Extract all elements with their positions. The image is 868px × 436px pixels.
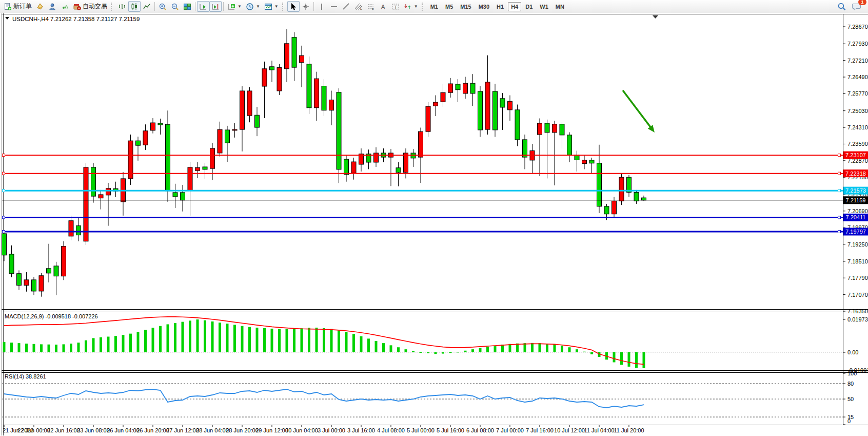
macd-histogram-bar — [397, 347, 400, 352]
macd-histogram-bar — [479, 348, 482, 352]
macd-histogram-bar — [449, 352, 452, 353]
macd-histogram-bar — [182, 322, 184, 352]
macd-histogram-bar — [420, 352, 422, 353]
candle-bull — [277, 68, 282, 91]
candle-bear — [456, 84, 460, 90]
timeframe-m30[interactable]: M30 — [476, 2, 492, 11]
bar-chart-button[interactable] — [116, 1, 128, 12]
timeframe-group: M1M5M15M30H1H4D1W1MN — [427, 2, 568, 11]
auto-trading-button[interactable]: 自动交易 — [71, 1, 109, 12]
zoom-out-button[interactable] — [169, 1, 181, 12]
candle-bear — [2, 234, 7, 255]
macd-histogram-bar — [390, 345, 392, 352]
price-chart[interactable]: 7.286707.279307.272107.264907.257707.250… — [0, 13, 868, 436]
auto-scroll-button[interactable] — [197, 1, 209, 12]
level-anchor[interactable] — [3, 231, 5, 233]
level-anchor[interactable] — [3, 216, 5, 219]
timeframe-m5[interactable]: M5 — [442, 2, 456, 11]
candlestick-chart-button[interactable] — [128, 1, 141, 12]
macd-histogram-bar — [486, 347, 489, 352]
price-tag-label: 7.19797 — [845, 229, 866, 235]
macd-histogram-bar — [204, 320, 206, 352]
macd-histogram-bar — [48, 345, 50, 352]
price-tick-label: 7.27210 — [847, 58, 868, 64]
macd-histogram-bar — [256, 328, 259, 352]
candle-bear — [322, 86, 326, 110]
community-button[interactable] — [46, 1, 58, 12]
trendline-button[interactable] — [340, 1, 352, 12]
text-label-button[interactable]: T — [389, 1, 402, 12]
macd-histogram-bar — [583, 352, 586, 352]
candle-bull — [143, 131, 148, 145]
timeframe-h4[interactable]: H4 — [508, 2, 521, 11]
level-anchor[interactable] — [838, 231, 841, 233]
macd-histogram-bar — [308, 328, 310, 352]
time-tick-label: 10 Jul 12:00 — [554, 427, 585, 433]
candle-bull — [247, 91, 252, 116]
timeframe-m15[interactable]: M15 — [457, 2, 474, 11]
level-anchor[interactable] — [3, 154, 5, 157]
alerts-button[interactable] — [34, 1, 46, 12]
time-tick-label: 3 Jul 00:00 — [318, 427, 345, 433]
macd-histogram-bar — [539, 343, 541, 352]
candle-bear — [255, 115, 260, 127]
timeframe-h1[interactable]: H1 — [494, 2, 507, 11]
dropdown-caret: ▼ — [274, 4, 279, 9]
level-anchor[interactable] — [838, 216, 841, 219]
fibonacci-button[interactable]: F — [365, 1, 377, 12]
timeframe-mn[interactable]: MN — [553, 2, 567, 11]
macd-histogram-bar — [63, 344, 65, 352]
search-button[interactable] — [835, 1, 848, 12]
arrows-button[interactable]: ▼ — [402, 1, 420, 12]
macd-histogram-bar — [330, 329, 333, 352]
timeframe-w1[interactable]: W1 — [537, 2, 551, 11]
chart-shift-icon — [211, 3, 220, 11]
time-tick-label: 5 Jul 16:00 — [437, 427, 464, 433]
macd-tick-label: 0.01973 — [847, 316, 868, 323]
equidistant-channel-button[interactable]: E — [352, 1, 365, 12]
time-tick-label: 4 Jul 08:00 — [377, 427, 405, 433]
periods-button[interactable]: ▼ — [244, 1, 262, 12]
timeframe-d1[interactable]: D1 — [522, 2, 536, 11]
vertical-line-button[interactable] — [315, 1, 328, 12]
macd-histogram-bar — [77, 343, 80, 352]
crosshair-button[interactable] — [300, 1, 312, 12]
zoom-in-button[interactable] — [156, 1, 169, 12]
time-tick-label: 11 Jul 20:00 — [614, 427, 644, 433]
horizontal-line-button[interactable] — [328, 1, 340, 12]
price-tick-label: 7.17790 — [847, 275, 868, 281]
chart-shift-button[interactable] — [209, 1, 222, 12]
templates-button[interactable]: ▼ — [262, 1, 281, 12]
candle-bull — [232, 129, 237, 130]
macd-histogram-bar — [100, 337, 102, 352]
text-button[interactable]: A — [377, 1, 389, 12]
level-anchor[interactable] — [3, 189, 5, 192]
templates-icon — [264, 3, 272, 11]
notification-badge[interactable]: 1 — [858, 0, 866, 5]
candle-bear — [225, 130, 230, 143]
new-order-button[interactable]: 新订单 — [2, 1, 34, 12]
candle-bear — [567, 135, 572, 155]
line-chart-button[interactable] — [141, 1, 153, 12]
candle-bear — [136, 141, 141, 145]
candle-bear — [634, 192, 639, 201]
candle-bull — [433, 102, 438, 106]
main-toolbar: 新订单 自动交易 — [0, 0, 868, 13]
level-anchor[interactable] — [838, 189, 841, 192]
macd-histogram-bar — [70, 344, 72, 352]
tile-windows-button[interactable] — [181, 1, 193, 12]
level-anchor[interactable] — [838, 172, 841, 175]
macd-histogram-bar — [167, 325, 169, 352]
level-anchor[interactable] — [3, 172, 5, 175]
alert-icon — [36, 3, 44, 11]
macd-histogram-bar — [554, 345, 556, 352]
fibonacci-icon: F — [367, 3, 375, 11]
signals-button[interactable] — [58, 1, 71, 12]
price-tick-label: 7.19250 — [847, 241, 868, 248]
cursor-button[interactable] — [287, 1, 300, 12]
indicators-button[interactable]: ▼ — [225, 1, 244, 12]
timeframe-m1[interactable]: M1 — [427, 2, 441, 11]
macd-histogram-bar — [144, 330, 147, 352]
new-order-label: 新订单 — [13, 2, 32, 11]
level-anchor[interactable] — [838, 154, 841, 157]
